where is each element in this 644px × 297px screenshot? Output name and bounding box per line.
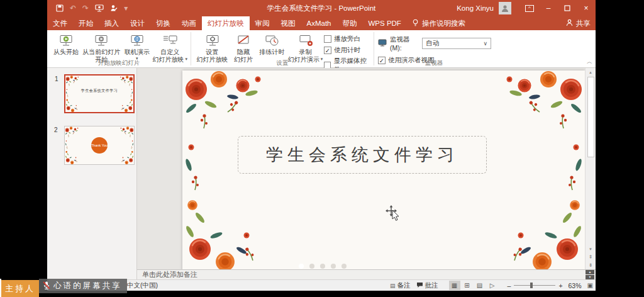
notes-pane[interactable]: 单击此处添加备注	[137, 269, 596, 279]
tab-file[interactable]: 文件	[47, 16, 73, 30]
screen-share-banner: 心语的屏幕共享	[39, 279, 127, 293]
slide-editor[interactable]: 学生会系统文件学习	[182, 70, 585, 271]
quick-access-toolbar: ↶ ↷ ▾	[47, 4, 128, 13]
notes-icon: ▤	[390, 283, 396, 289]
maximize-button[interactable]	[558, 0, 577, 16]
share-banner-text: 心语的屏幕共享	[53, 281, 122, 291]
dot	[309, 264, 314, 269]
qat-customize-icon[interactable]: ▾	[124, 4, 128, 13]
comments-toggle[interactable]: 批注	[416, 281, 438, 290]
status-bar: 中文(中国) ▤ 备注 批注 ▦ ⊞ ▤ ▷ – +	[47, 279, 596, 291]
tell-me-search[interactable]: 操作说明搜索	[407, 16, 470, 30]
powerpoint-window: ↶ ↷ ▾ 学生会系统文件学习 - PowerPoint Kong Xinyu …	[47, 0, 596, 291]
title-bar: ↶ ↷ ▾ 学生会系统文件学习 - PowerPoint Kong Xinyu …	[47, 0, 596, 16]
group-label-start: 开始放映幻灯片	[47, 59, 191, 67]
slide-number: 1	[55, 76, 58, 82]
scrollbar-thumb[interactable]	[587, 77, 594, 157]
record-slideshow-button[interactable]: 录制 幻灯片演示▾	[287, 31, 324, 63]
setup-slideshow-button[interactable]: 设置 幻灯片放映	[195, 31, 230, 63]
tab-review[interactable]: 审阅	[250, 16, 275, 30]
notes-toggle[interactable]: ▤ 备注	[390, 281, 411, 290]
monitor-label: 监视器(M):	[390, 35, 419, 52]
notes-placeholder: 单击此处添加备注	[142, 270, 197, 279]
notes-scroll-up-icon[interactable]: ▲	[586, 270, 594, 274]
from-beginning-button[interactable]: 从头开始	[51, 31, 81, 56]
slide-thumbnail-1[interactable]: 1 学生会系统文件学习	[64, 74, 135, 113]
zoom-control: – +	[508, 282, 563, 289]
collapse-ribbon-icon[interactable]: ︿	[587, 58, 592, 66]
rehearse-timings-button[interactable]: 排练计时	[257, 31, 287, 56]
slide-canvas: 学生会系统文件学习	[137, 68, 585, 269]
undo-icon[interactable]: ↶	[70, 4, 76, 13]
play-narrations-checkbox[interactable]: 播放旁白	[324, 35, 371, 43]
next-slide-button[interactable]: ⇟	[589, 261, 593, 269]
custom-slideshow-icon	[162, 33, 177, 48]
save-icon[interactable]	[56, 4, 64, 12]
notes-scroll-down-icon[interactable]: ▼	[586, 275, 594, 279]
tab-axmath[interactable]: AxMath	[301, 16, 337, 30]
tab-slideshow[interactable]: 幻灯片放映	[202, 16, 250, 30]
host-badge: 主持人	[1, 280, 39, 297]
dot	[341, 264, 347, 269]
zoom-level[interactable]: 63%	[569, 282, 582, 289]
tab-help[interactable]: 帮助	[337, 16, 363, 30]
avatar[interactable]	[499, 2, 511, 14]
minimize-button[interactable]: –	[539, 0, 558, 16]
slide-title-textbox[interactable]: 学生会系统文件学习	[238, 136, 487, 174]
fit-slide-to-window-button[interactable]: ▣	[587, 282, 593, 289]
scroll-up-icon[interactable]: ▲	[586, 68, 596, 77]
zoom-slider[interactable]	[514, 285, 555, 286]
checkbox-checked-icon: ✓	[324, 47, 331, 54]
dot	[331, 264, 336, 269]
tab-transitions[interactable]: 切换	[150, 16, 176, 30]
tab-wps-pdf[interactable]: WPS PDF	[363, 16, 407, 30]
slide-number: 2	[54, 126, 58, 133]
redo-icon[interactable]: ↷	[82, 4, 89, 13]
reading-view-button[interactable]: ▤	[474, 281, 486, 290]
checkbox-unchecked-icon	[324, 35, 331, 43]
previous-slide-button[interactable]: ⇞	[589, 253, 593, 261]
slideshow-view-button[interactable]: ▷	[487, 281, 498, 290]
slide1-floral-art	[65, 76, 133, 112]
normal-view-button[interactable]: ▦	[449, 281, 460, 290]
tab-view[interactable]: 视图	[275, 16, 301, 30]
start-slideshow-icon[interactable]	[95, 4, 104, 12]
ribbon-display-options-button[interactable]: ^	[520, 0, 539, 16]
hide-slide-button[interactable]: 隐藏 幻灯片	[230, 31, 257, 63]
group-monitors: 监视器(M): 自动 ∨ ✓ 使用演示者视图 监视器	[374, 30, 494, 67]
tab-insert[interactable]: 插入	[99, 16, 125, 30]
slide-sorter-view-button[interactable]: ⊞	[462, 281, 473, 290]
notes-scroll-buttons: ▲ ▼	[586, 270, 594, 279]
monitor-select[interactable]: 自动 ∨	[422, 38, 491, 49]
custom-slideshow-button[interactable]: 自定义 幻灯片放映▾	[152, 31, 188, 63]
slide-thumbnail-panel: 1 学生会系统文件学习 2 Thank You	[47, 68, 137, 279]
present-online-button[interactable]: 联机演示 ▾	[122, 31, 152, 61]
slide-thumbnail-2[interactable]: 2 Thank You	[64, 126, 135, 165]
ribbon-display-options-icon: ^	[525, 5, 534, 12]
tab-design[interactable]: 设计	[125, 16, 150, 30]
slide1-thumbnail-title: 学生会系统文件学习	[77, 88, 121, 94]
use-timings-checkbox[interactable]: ✓ 使用计时	[324, 46, 371, 55]
setup-slideshow-icon	[205, 33, 220, 48]
view-buttons: ▦ ⊞ ▤ ▷	[449, 281, 498, 290]
tab-animations[interactable]: 动画	[176, 16, 202, 30]
scroll-down-icon[interactable]: ▼	[589, 245, 593, 253]
group-label-monitors: 监视器	[374, 59, 494, 67]
ribbon-tab-row: 文件 开始 插入 设计 切换 动画 幻灯片放映 审阅 视图 AxMath 帮助 …	[47, 16, 596, 30]
zoom-out-button[interactable]: –	[508, 282, 511, 289]
play-from-beginning-icon	[58, 33, 74, 48]
group-start-slideshow: 从头开始 从当前幻灯片 开始 联机演示 ▾ 自定义	[47, 30, 191, 67]
close-button[interactable]: ×	[577, 0, 596, 16]
zoom-in-button[interactable]: +	[558, 282, 562, 289]
microphone-muted-icon	[42, 281, 51, 292]
account-name[interactable]: Kong Xinyu	[457, 4, 494, 12]
monitor-icon	[378, 39, 387, 48]
comments-icon	[416, 282, 423, 289]
share-button[interactable]: 共享	[566, 16, 591, 30]
zoom-slider-thumb[interactable]	[530, 283, 533, 288]
language-indicator[interactable]: 中文(中国)	[127, 281, 158, 290]
from-current-slide-button[interactable]: 从当前幻灯片 开始	[81, 31, 122, 63]
tab-home[interactable]: 开始	[73, 16, 99, 30]
vertical-scrollbar[interactable]: ▲ ▼ ⇞ ⇟	[585, 68, 596, 269]
share-person-icon[interactable]	[110, 4, 118, 12]
